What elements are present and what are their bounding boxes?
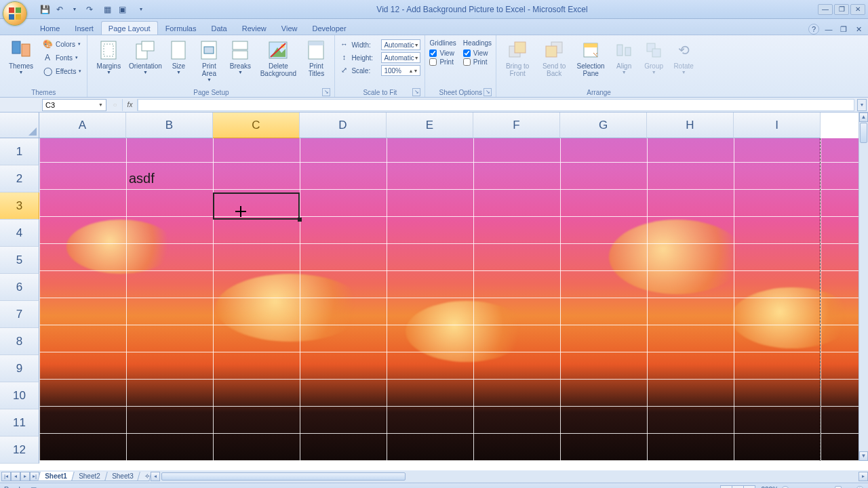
- effects-label: Effects: [56, 68, 76, 75]
- column-header-H[interactable]: H: [647, 113, 734, 138]
- tab-page-layout[interactable]: Page Layout: [101, 21, 158, 35]
- column-header-F[interactable]: F: [473, 113, 560, 138]
- redo-icon[interactable]: ↷: [84, 4, 95, 15]
- cell-B2[interactable]: asdf: [129, 171, 155, 186]
- sheet-tab-1[interactable]: Sheet1: [37, 472, 75, 481]
- ribbon-restore-button[interactable]: ❐: [838, 24, 849, 35]
- tab-formulas[interactable]: Formulas: [158, 21, 204, 35]
- row-header-9[interactable]: 9: [0, 355, 39, 382]
- page-setup-launcher[interactable]: ↘: [322, 88, 330, 96]
- background-label: Delete Background: [260, 62, 296, 77]
- qat-custom2-icon[interactable]: ▣: [117, 4, 127, 15]
- headings-print-checkbox[interactable]: Print: [463, 58, 492, 66]
- help-button[interactable]: ?: [808, 24, 819, 35]
- formula-bar-expand[interactable]: ▾: [857, 99, 867, 111]
- row-header-4[interactable]: 4: [0, 220, 39, 247]
- ribbon-close-button[interactable]: ✕: [853, 24, 864, 35]
- page-layout-view-button[interactable]: [732, 485, 744, 489]
- column-header-G[interactable]: G: [560, 113, 647, 138]
- size-button[interactable]: Size▼: [165, 37, 192, 75]
- gridlines-print-checkbox[interactable]: Print: [429, 58, 456, 66]
- row-header-11[interactable]: 11: [0, 409, 39, 436]
- row-header-8[interactable]: 8: [0, 328, 39, 355]
- page-break-view-button[interactable]: [743, 485, 755, 489]
- sheet-options-launcher[interactable]: ↘: [484, 88, 492, 96]
- save-icon[interactable]: 💾: [39, 4, 50, 15]
- gridlines-view-checkbox[interactable]: View: [429, 49, 456, 57]
- column-header-A[interactable]: A: [39, 113, 126, 138]
- horizontal-scrollbar[interactable]: ◂ ▸: [151, 472, 868, 481]
- print-titles-button[interactable]: Print Titles: [302, 37, 330, 77]
- themes-button[interactable]: Themes ▼: [4, 37, 38, 75]
- scroll-left-button[interactable]: ◂: [151, 472, 160, 481]
- scroll-up-button[interactable]: ▲: [859, 113, 868, 122]
- row-header-12[interactable]: 12: [0, 436, 39, 464]
- column-header-D[interactable]: D: [300, 113, 387, 138]
- tab-nav-first[interactable]: |◂: [1, 472, 11, 481]
- maximize-button[interactable]: ❐: [834, 4, 849, 15]
- qat-custom1-icon[interactable]: ▦: [102, 4, 113, 15]
- tab-review[interactable]: Review: [235, 21, 274, 35]
- row-header-1[interactable]: 1: [0, 138, 39, 165]
- undo-icon[interactable]: ↶: [54, 4, 65, 15]
- fill-handle[interactable]: [298, 218, 302, 222]
- zoom-out-button[interactable]: −: [781, 486, 789, 489]
- name-box[interactable]: C3▼: [42, 99, 106, 111]
- margins-button[interactable]: Margins▼: [92, 37, 125, 75]
- headings-view-checkbox[interactable]: View: [463, 49, 492, 57]
- office-button[interactable]: [0, 0, 30, 19]
- print-area-button[interactable]: Print Area▼: [195, 37, 223, 83]
- close-button[interactable]: ✕: [850, 4, 865, 15]
- sheet-tab-2[interactable]: Sheet2: [71, 472, 107, 481]
- column-header-I[interactable]: I: [734, 113, 821, 138]
- fx-button[interactable]: fx: [123, 99, 138, 111]
- selection-pane-button[interactable]: Selection Pane: [574, 37, 608, 77]
- row-header-3[interactable]: 3: [0, 192, 39, 220]
- tab-nav-next[interactable]: ▸: [20, 472, 30, 481]
- sheet-tab-3[interactable]: Sheet3: [104, 472, 140, 481]
- scroll-right-button[interactable]: ▸: [859, 472, 868, 481]
- zoom-in-button[interactable]: +: [856, 486, 864, 489]
- row-header-10[interactable]: 10: [0, 382, 39, 409]
- fonts-button[interactable]: AFonts ▾: [41, 52, 83, 64]
- delete-background-button[interactable]: Delete Background: [257, 37, 299, 77]
- tab-data[interactable]: Data: [203, 21, 234, 35]
- tab-home[interactable]: Home: [33, 21, 67, 35]
- undo-menu-icon[interactable]: ▼: [69, 4, 80, 15]
- normal-view-button[interactable]: [720, 485, 732, 489]
- height-value: Automatic: [384, 54, 414, 62]
- qat-customize-icon[interactable]: ▾: [136, 4, 146, 15]
- formula-input[interactable]: [138, 99, 854, 111]
- tab-nav-prev[interactable]: ◂: [11, 472, 20, 481]
- row-header-6[interactable]: 6: [0, 274, 39, 301]
- hscroll-thumb[interactable]: [161, 472, 406, 481]
- themes-label: Themes: [9, 62, 33, 70]
- cells-area[interactable]: asdf: [39, 138, 859, 461]
- height-field[interactable]: Automatic▼: [381, 52, 420, 63]
- colors-button[interactable]: 🎨Colors ▾: [41, 38, 83, 50]
- column-header-C[interactable]: C: [213, 113, 300, 138]
- cancel-icon[interactable]: ○: [108, 99, 123, 111]
- row-header-7[interactable]: 7: [0, 301, 39, 328]
- effects-button[interactable]: ◯Effects ▾: [41, 65, 83, 77]
- minimize-button[interactable]: —: [818, 4, 833, 15]
- width-field[interactable]: Automatic▼: [381, 39, 420, 50]
- vertical-scrollbar[interactable]: ▲ ▼: [859, 113, 868, 461]
- scroll-down-button[interactable]: ▼: [859, 451, 868, 461]
- scale-field[interactable]: 100%▲▼: [381, 65, 420, 76]
- scale-launcher[interactable]: ↘: [412, 88, 420, 96]
- select-all-button[interactable]: [0, 113, 39, 138]
- orientation-button[interactable]: Orientation▼: [128, 37, 162, 75]
- row-header-2[interactable]: 2: [0, 165, 39, 192]
- vscroll-thumb[interactable]: [860, 123, 867, 143]
- ribbon-minimize-button[interactable]: —: [823, 24, 834, 35]
- column-header-E[interactable]: E: [387, 113, 473, 138]
- row-header-5[interactable]: 5: [0, 247, 39, 274]
- new-sheet-button[interactable]: ✧: [137, 472, 152, 481]
- tab-insert[interactable]: Insert: [67, 21, 101, 35]
- tab-view[interactable]: View: [274, 21, 305, 35]
- breaks-button[interactable]: Breaks▼: [226, 37, 254, 75]
- tab-developer[interactable]: Developer: [304, 21, 353, 35]
- column-header-B[interactable]: B: [126, 113, 213, 138]
- title-bar: 💾 ↶ ▼ ↷ ▦ ▣ ▾ Vid 12 - Add Background Pi…: [0, 0, 868, 19]
